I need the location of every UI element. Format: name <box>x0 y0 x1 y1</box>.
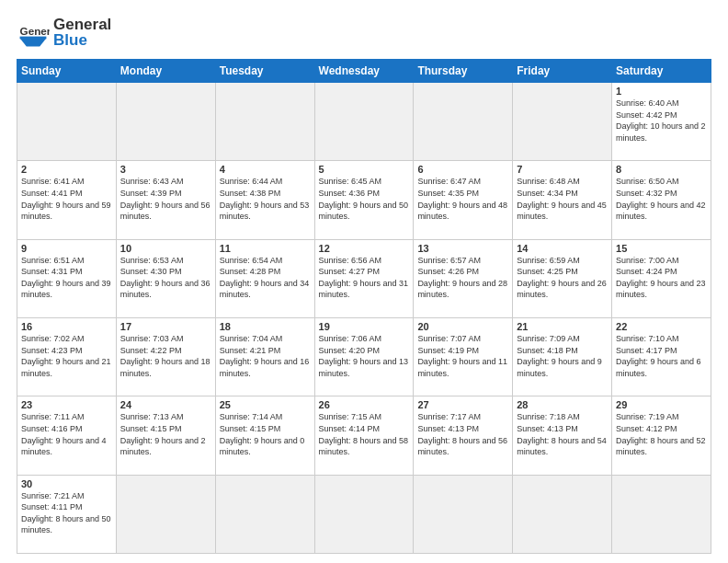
day-number: 3 <box>120 164 211 175</box>
day-info: Sunrise: 6:43 AM Sunset: 4:39 PM Dayligh… <box>120 176 211 222</box>
day-number: 17 <box>120 321 211 332</box>
table-row <box>314 475 414 553</box>
table-row: 21Sunrise: 7:09 AM Sunset: 4:18 PM Dayli… <box>513 317 612 396</box>
day-number: 13 <box>417 243 508 254</box>
day-info: Sunrise: 7:19 AM Sunset: 4:12 PM Dayligh… <box>616 411 707 457</box>
table-row: 8Sunrise: 6:50 AM Sunset: 4:32 PM Daylig… <box>612 161 711 239</box>
table-row: 16Sunrise: 7:02 AM Sunset: 4:23 PM Dayli… <box>17 317 117 396</box>
logo-blue-text: Blue <box>53 32 111 50</box>
day-number: 27 <box>417 399 508 410</box>
table-row: 12Sunrise: 6:56 AM Sunset: 4:27 PM Dayli… <box>314 239 414 317</box>
day-number: 14 <box>517 243 608 254</box>
day-info: Sunrise: 6:51 AM Sunset: 4:31 PM Dayligh… <box>21 255 112 301</box>
header: General General Blue <box>17 17 711 50</box>
day-number: 30 <box>21 478 112 489</box>
day-info: Sunrise: 7:18 AM Sunset: 4:13 PM Dayligh… <box>517 411 608 457</box>
table-row: 10Sunrise: 6:53 AM Sunset: 4:30 PM Dayli… <box>116 239 215 317</box>
day-info: Sunrise: 7:06 AM Sunset: 4:20 PM Dayligh… <box>319 333 410 379</box>
day-number: 10 <box>120 243 211 254</box>
day-info: Sunrise: 6:57 AM Sunset: 4:26 PM Dayligh… <box>417 255 508 301</box>
table-row: 22Sunrise: 7:10 AM Sunset: 4:17 PM Dayli… <box>612 317 711 396</box>
calendar-week-row: 23Sunrise: 7:11 AM Sunset: 4:16 PM Dayli… <box>17 396 711 475</box>
table-row: 18Sunrise: 7:04 AM Sunset: 4:21 PM Dayli… <box>215 317 314 396</box>
table-row: 28Sunrise: 7:18 AM Sunset: 4:13 PM Dayli… <box>513 396 612 475</box>
table-row <box>116 83 215 161</box>
calendar-week-row: 16Sunrise: 7:02 AM Sunset: 4:23 PM Dayli… <box>17 317 711 396</box>
day-number: 9 <box>21 243 112 254</box>
table-row: 7Sunrise: 6:48 AM Sunset: 4:34 PM Daylig… <box>513 161 612 239</box>
calendar-week-row: 30Sunrise: 7:21 AM Sunset: 4:11 PM Dayli… <box>17 475 711 553</box>
day-info: Sunrise: 7:13 AM Sunset: 4:15 PM Dayligh… <box>120 411 211 457</box>
table-row: 30Sunrise: 7:21 AM Sunset: 4:11 PM Dayli… <box>17 475 117 553</box>
day-info: Sunrise: 7:11 AM Sunset: 4:16 PM Dayligh… <box>21 411 112 457</box>
logo: General General Blue <box>17 17 111 50</box>
table-row <box>215 475 314 553</box>
table-row: 25Sunrise: 7:14 AM Sunset: 4:15 PM Dayli… <box>215 396 314 475</box>
day-info: Sunrise: 6:56 AM Sunset: 4:27 PM Dayligh… <box>319 255 410 301</box>
day-number: 1 <box>616 86 707 97</box>
weekday-header-row: Sunday Monday Tuesday Wednesday Thursday… <box>17 60 711 83</box>
table-row: 27Sunrise: 7:17 AM Sunset: 4:13 PM Dayli… <box>414 396 513 475</box>
day-number: 6 <box>417 164 508 175</box>
day-number: 2 <box>21 164 112 175</box>
day-number: 29 <box>616 399 707 410</box>
day-number: 5 <box>319 164 410 175</box>
table-row <box>513 83 612 161</box>
svg-text:General: General <box>20 25 50 37</box>
header-friday: Friday <box>513 60 612 83</box>
table-row: 20Sunrise: 7:07 AM Sunset: 4:19 PM Dayli… <box>414 317 513 396</box>
day-info: Sunrise: 7:17 AM Sunset: 4:13 PM Dayligh… <box>417 411 508 457</box>
day-number: 7 <box>517 164 608 175</box>
table-row: 1Sunrise: 6:40 AM Sunset: 4:42 PM Daylig… <box>612 83 711 161</box>
day-info: Sunrise: 6:59 AM Sunset: 4:25 PM Dayligh… <box>517 255 608 301</box>
day-number: 11 <box>220 243 311 254</box>
day-info: Sunrise: 7:04 AM Sunset: 4:21 PM Dayligh… <box>220 333 311 379</box>
table-row <box>414 475 513 553</box>
table-row: 15Sunrise: 7:00 AM Sunset: 4:24 PM Dayli… <box>612 239 711 317</box>
table-row: 4Sunrise: 6:44 AM Sunset: 4:38 PM Daylig… <box>215 161 314 239</box>
calendar-week-row: 2Sunrise: 6:41 AM Sunset: 4:41 PM Daylig… <box>17 161 711 239</box>
calendar-week-row: 9Sunrise: 6:51 AM Sunset: 4:31 PM Daylig… <box>17 239 711 317</box>
table-row: 9Sunrise: 6:51 AM Sunset: 4:31 PM Daylig… <box>17 239 117 317</box>
day-number: 19 <box>319 321 410 332</box>
logo-icon: General <box>17 17 50 50</box>
day-info: Sunrise: 7:10 AM Sunset: 4:17 PM Dayligh… <box>616 333 707 379</box>
table-row <box>116 475 215 553</box>
table-row: 3Sunrise: 6:43 AM Sunset: 4:39 PM Daylig… <box>116 161 215 239</box>
header-wednesday: Wednesday <box>314 60 414 83</box>
day-number: 12 <box>319 243 410 254</box>
day-number: 23 <box>21 399 112 410</box>
day-info: Sunrise: 7:07 AM Sunset: 4:19 PM Dayligh… <box>417 333 508 379</box>
day-number: 22 <box>616 321 707 332</box>
day-info: Sunrise: 6:44 AM Sunset: 4:38 PM Dayligh… <box>220 176 311 222</box>
day-info: Sunrise: 6:54 AM Sunset: 4:28 PM Dayligh… <box>220 255 311 301</box>
table-row: 11Sunrise: 6:54 AM Sunset: 4:28 PM Dayli… <box>215 239 314 317</box>
table-row <box>612 475 711 553</box>
day-info: Sunrise: 6:40 AM Sunset: 4:42 PM Dayligh… <box>616 98 707 144</box>
day-number: 16 <box>21 321 112 332</box>
table-row: 23Sunrise: 7:11 AM Sunset: 4:16 PM Dayli… <box>17 396 117 475</box>
table-row: 13Sunrise: 6:57 AM Sunset: 4:26 PM Dayli… <box>414 239 513 317</box>
day-info: Sunrise: 6:48 AM Sunset: 4:34 PM Dayligh… <box>517 176 608 222</box>
header-sunday: Sunday <box>17 60 117 83</box>
table-row: 26Sunrise: 7:15 AM Sunset: 4:14 PM Dayli… <box>314 396 414 475</box>
day-info: Sunrise: 6:45 AM Sunset: 4:36 PM Dayligh… <box>319 176 410 222</box>
table-row <box>513 475 612 553</box>
day-info: Sunrise: 7:15 AM Sunset: 4:14 PM Dayligh… <box>319 411 410 457</box>
day-number: 20 <box>417 321 508 332</box>
day-number: 26 <box>319 399 410 410</box>
table-row <box>215 83 314 161</box>
header-monday: Monday <box>116 60 215 83</box>
day-number: 4 <box>220 164 311 175</box>
header-thursday: Thursday <box>414 60 513 83</box>
table-row: 6Sunrise: 6:47 AM Sunset: 4:35 PM Daylig… <box>414 161 513 239</box>
day-info: Sunrise: 6:53 AM Sunset: 4:30 PM Dayligh… <box>120 255 211 301</box>
table-row: 19Sunrise: 7:06 AM Sunset: 4:20 PM Dayli… <box>314 317 414 396</box>
day-info: Sunrise: 6:41 AM Sunset: 4:41 PM Dayligh… <box>21 176 112 222</box>
day-number: 18 <box>220 321 311 332</box>
day-number: 24 <box>120 399 211 410</box>
page: General General Blue Sunday Monday Tuesd… <box>0 0 728 563</box>
table-row: 29Sunrise: 7:19 AM Sunset: 4:12 PM Dayli… <box>612 396 711 475</box>
svg-rect-3 <box>20 37 47 40</box>
day-info: Sunrise: 7:00 AM Sunset: 4:24 PM Dayligh… <box>616 255 707 301</box>
